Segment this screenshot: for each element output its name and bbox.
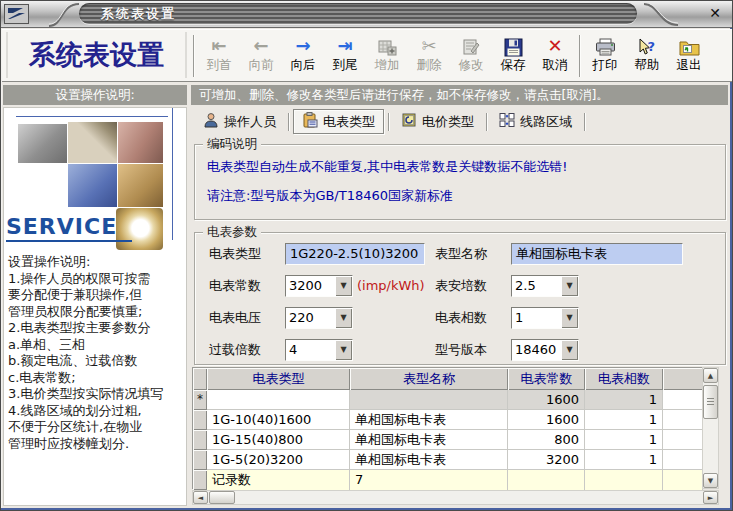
- grid-col-header-name: 表型名称: [350, 368, 508, 390]
- toolbar-button-next[interactable]: → 向后: [282, 34, 324, 74]
- grid-cell-name[interactable]: [350, 390, 508, 410]
- tab-separator: [288, 113, 289, 131]
- meter-params-title: 电表参数: [203, 224, 261, 241]
- arrow-last-icon: ⇥: [324, 34, 366, 57]
- phases-select[interactable]: 1 ▼: [511, 307, 579, 329]
- overload-select[interactable]: 4 ▼: [285, 339, 353, 361]
- tab-separator: [486, 113, 487, 131]
- amperage-select[interactable]: 2.5 ▼: [511, 275, 579, 297]
- footer-filler: [663, 470, 703, 490]
- row-selector[interactable]: [193, 410, 207, 430]
- toolbar-button-exit[interactable]: 退出: [668, 34, 710, 74]
- meter-type-field[interactable]: 1G220-2.5(10)3200: [285, 243, 425, 265]
- grid-filler: [663, 390, 703, 410]
- chevron-down-icon: ▼: [335, 276, 352, 296]
- amperage-value: 2.5: [512, 276, 561, 296]
- grid-col-header-constant: 电表常数: [508, 368, 585, 390]
- toolbar-button-print[interactable]: 打印: [584, 34, 626, 74]
- footer-filler: [508, 470, 585, 490]
- price-type-icon: [401, 112, 417, 131]
- tab-label: 操作人员: [224, 113, 276, 131]
- tab-price-type[interactable]: 电价类型: [393, 109, 482, 134]
- grid-cell-constant[interactable]: 1600: [508, 390, 585, 410]
- field-label-meter-type: 电表类型: [209, 243, 261, 265]
- scroll-up-icon[interactable]: ▲: [703, 368, 718, 383]
- grid-filler: [663, 410, 703, 430]
- toolbar-button-help[interactable]: ? 帮助: [626, 34, 668, 74]
- grid-filler: [663, 430, 703, 450]
- photo-watch-parts: [118, 164, 163, 207]
- tab-operators[interactable]: 操作人员: [195, 109, 284, 134]
- overload-value: 4: [286, 340, 335, 360]
- svg-text:?: ?: [648, 38, 656, 53]
- horizontal-scroll-thumb[interactable]: [209, 491, 235, 504]
- grid-cell-type[interactable]: 1G-15(40)800: [207, 430, 350, 450]
- grid-cell-type[interactable]: 1G-10(40)1600: [207, 410, 350, 430]
- tab-meter-type[interactable]: 电表类型: [293, 109, 384, 134]
- scroll-down-icon[interactable]: ▼: [703, 473, 718, 488]
- toolbar-label-exit: 退出: [668, 57, 710, 74]
- app-logo-icon: [4, 4, 29, 24]
- grid-cell-type[interactable]: 1G-5(20)3200: [207, 450, 350, 470]
- toolbar-label-print: 打印: [584, 57, 626, 74]
- grid-cell-name[interactable]: 单相国标电卡表: [350, 450, 508, 470]
- grid-cell-phases[interactable]: 1: [585, 410, 663, 430]
- toolbar-label-first: 到首: [198, 57, 240, 74]
- toolbar-button-last[interactable]: ⇥ 到尾: [324, 34, 366, 74]
- tab-bar: 操作人员 电表类型 电价类型 线路区域: [191, 108, 728, 135]
- meter-constant-unit: (imp/kWh): [357, 275, 425, 297]
- toolbar-button-save[interactable]: 保存: [492, 34, 534, 74]
- grid-cell-constant[interactable]: 800: [508, 430, 585, 450]
- exit-icon: [668, 34, 710, 57]
- window: 系统表设置 ✕ 系统表设置 ⇤ 到首 ← 向前 → 向后 ⇥ 到尾: [0, 0, 733, 511]
- record-count-label: 记录数: [207, 470, 350, 490]
- field-label-overload: 过载倍数: [209, 339, 261, 361]
- grid-cell-constant[interactable]: 1600: [508, 410, 585, 430]
- service-brand-text: SERVICE: [6, 214, 117, 239]
- decor-line: [172, 108, 173, 240]
- tab-line-area[interactable]: 线路区域: [491, 109, 580, 134]
- toolbar-label-prev: 向前: [240, 57, 282, 74]
- model-version-select[interactable]: 18460 ▼: [511, 339, 579, 361]
- field-label-model-name: 表型名称: [435, 243, 487, 265]
- titlebar-curve-right: [640, 1, 680, 28]
- toolbar-label-last: 到尾: [324, 57, 366, 74]
- row-selector[interactable]: *: [193, 390, 207, 410]
- scissors-icon: ✂: [408, 34, 450, 57]
- grid-cell-constant[interactable]: 3200: [508, 450, 585, 470]
- grid-cell-name[interactable]: 单相国标电卡表: [350, 410, 508, 430]
- toolbar-button-cancel[interactable]: ✕ 取消: [534, 34, 576, 74]
- operator-icon: [203, 112, 219, 131]
- print-icon: [584, 34, 626, 57]
- voltage-select[interactable]: 220 ▼: [285, 307, 353, 329]
- grid-horizontal-scrollbar[interactable]: ◄ ►: [192, 490, 719, 505]
- grid-cell-phases[interactable]: 1: [585, 390, 663, 410]
- scroll-left-icon[interactable]: ◄: [193, 491, 208, 504]
- vertical-scroll-thumb[interactable]: [703, 385, 718, 419]
- scroll-right-icon[interactable]: ►: [703, 491, 718, 504]
- grid-cell-phases[interactable]: 1: [585, 430, 663, 450]
- header-band: 系统表设置 ⇤ 到首 ← 向前 → 向后 ⇥ 到尾 增加: [2, 29, 733, 82]
- arrow-prev-icon: ←: [240, 34, 282, 57]
- row-selector[interactable]: [193, 430, 207, 450]
- tab-label: 电表类型: [323, 113, 375, 131]
- tab-separator: [584, 113, 585, 131]
- grid-vertical-scrollbar[interactable]: ▲ ▼: [702, 367, 719, 489]
- photo-tool: [18, 124, 67, 163]
- sidebar-panel: SERVICE 设置操作说明: 1.操作人员的权限可按需 要分配便于兼职操作,但…: [3, 107, 187, 506]
- row-selector[interactable]: [193, 450, 207, 470]
- tab-label: 电价类型: [422, 113, 474, 131]
- coding-note-line1: 电表类型自动生成不能重复,其中电表常数是关键数据不能选错!: [207, 158, 567, 176]
- toolbar-label-next: 向后: [282, 57, 324, 74]
- close-button[interactable]: ✕: [706, 4, 724, 23]
- model-name-field[interactable]: 单相国标电卡表: [511, 243, 683, 265]
- photo-metal-parts: [118, 122, 163, 163]
- meter-constant-select[interactable]: 3200 ▼: [285, 275, 353, 297]
- coding-note-line2: 请注意:型号版本为GB/T18460国家新标准: [207, 187, 453, 205]
- toolbar-separator: [579, 35, 581, 77]
- grid-cell-type[interactable]: [207, 390, 350, 410]
- grid-cell-name[interactable]: 单相国标电卡表: [350, 430, 508, 450]
- grid-cell-phases[interactable]: 1: [585, 450, 663, 470]
- field-label-meter-constant: 电表常数: [209, 275, 261, 297]
- toolbar: ⇤ 到首 ← 向前 → 向后 ⇥ 到尾 增加 ✂ 删除: [190, 31, 733, 81]
